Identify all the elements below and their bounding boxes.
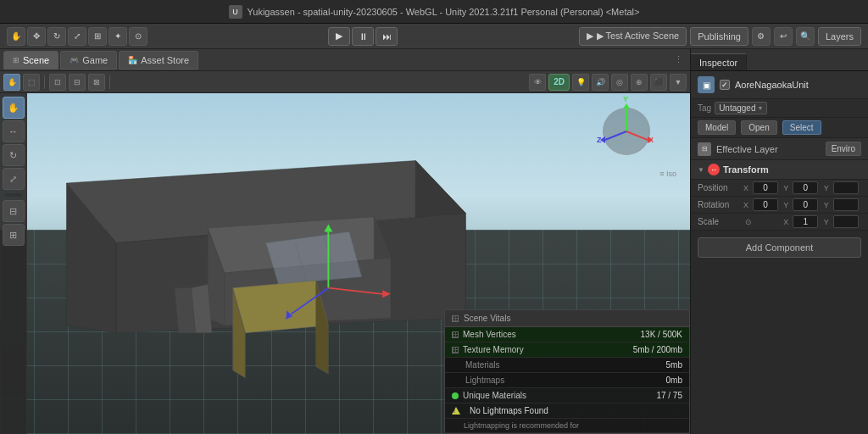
position-label: Position <box>698 183 740 192</box>
transform-section-header[interactable]: ▼ ↔ Transform <box>691 160 868 180</box>
audio-toggle[interactable]: 🔊 <box>592 74 609 91</box>
effective-layer-btn[interactable]: Enviro <box>826 142 861 156</box>
game-tab[interactable]: 🎮 Game <box>60 51 117 70</box>
position-z-label: Y <box>824 184 832 192</box>
scene-tool-3[interactable]: ⊠ <box>88 74 105 91</box>
rotate-tool-btn[interactable]: ↻ <box>47 27 66 46</box>
position-y-field: Y <box>783 181 821 194</box>
inspector-tab[interactable]: Inspector <box>691 53 747 70</box>
no-lightmaps-row: No Lightmaps Found <box>445 403 689 419</box>
2d-toggle-button[interactable]: 2D <box>548 74 570 91</box>
svg-line-26 <box>605 131 626 140</box>
scene-settings[interactable]: ▼ <box>670 74 687 91</box>
select-scene-tool[interactable]: ⬚ <box>23 74 40 91</box>
position-y-input[interactable] <box>793 181 818 194</box>
rotation-x-input[interactable] <box>753 198 778 211</box>
lighting-toggle[interactable]: 💡 <box>572 74 589 91</box>
scale-y-field: Y <box>824 215 861 228</box>
gizmos-toggle[interactable]: ⊕ <box>631 74 648 91</box>
render-toggle[interactable]: ⬛ <box>650 74 667 91</box>
select-button[interactable]: Select <box>782 120 821 135</box>
mesh-vertices-label: Mesh Vertices <box>452 330 641 339</box>
right-panel: Inspector ▣ AoreNagaokaUnit Tag Untagged… <box>690 49 868 434</box>
scale-x-input[interactable] <box>793 215 818 228</box>
scale-tool[interactable]: ⤢ <box>3 168 25 190</box>
scene-tabs-menu[interactable]: ⋮ <box>670 54 687 65</box>
rotation-y-label: Y <box>783 201 792 209</box>
materials-label: Materials <box>465 360 666 370</box>
no-lightmaps-desc: Lightmapping is recommended for <box>452 421 579 430</box>
settings-button[interactable]: ⚙ <box>752 27 771 46</box>
position-z-field: Y <box>824 181 861 194</box>
axis-gizmo[interactable]: X Y Z <box>597 102 656 161</box>
scale-y-label: Y <box>824 218 832 226</box>
rect-tool[interactable]: ⊟ <box>3 200 25 222</box>
position-field: Position X Y Y <box>691 180 868 197</box>
inspector-content: ▣ AoreNagaokaUnit Tag Untagged ▼ Model O… <box>691 71 868 434</box>
scale-tool-btn[interactable]: ⤢ <box>68 27 86 46</box>
rect-tool-btn[interactable]: ⊞ <box>88 27 107 46</box>
pause-button[interactable]: ⏸ <box>352 27 374 46</box>
rotation-label: Rotation <box>698 200 740 209</box>
vitals-header-label: Scene Vitals <box>464 314 510 323</box>
effective-layer-icon: ⊟ <box>698 142 711 156</box>
transform-tool-btn[interactable]: ✦ <box>108 27 127 46</box>
object-active-checkbox[interactable] <box>720 80 730 90</box>
test-active-scene-button[interactable]: ▶ ▶ Test Active Scene <box>579 27 687 46</box>
svg-text:Y: Y <box>623 95 628 103</box>
materials-row: Materials 5mb <box>445 358 689 373</box>
position-x-field: X <box>743 181 781 194</box>
add-component-label: Add Component <box>746 242 814 253</box>
model-button[interactable]: Model <box>698 120 736 135</box>
hand-tool-btn[interactable]: ✋ <box>7 27 25 46</box>
texture-memory-label: Texture Memory <box>452 345 633 354</box>
custom-tool-btn[interactable]: ⊙ <box>129 27 147 46</box>
scale-link-field: ⊙ <box>743 215 781 228</box>
position-x-input[interactable] <box>753 181 778 194</box>
scale-x-label: X <box>783 218 792 226</box>
camera-tool[interactable]: 👁 <box>529 74 546 91</box>
lightmaps-row: Lightmaps 0mb <box>445 373 689 388</box>
hand-tool[interactable]: ✋ <box>3 97 25 119</box>
unique-materials-icon <box>452 392 459 399</box>
asset-store-icon: 🏪 <box>128 56 137 64</box>
vr-toggle[interactable]: ◎ <box>611 74 628 91</box>
scene-tab[interactable]: ⊞ Scene <box>3 51 58 70</box>
tag-value: Untagged <box>719 103 755 113</box>
position-z-input[interactable] <box>833 181 859 194</box>
scene-tool-1[interactable]: ⊡ <box>49 74 66 91</box>
left-tools-panel: ✋ ↔ ↻ ⤢ ⊟ ⊞ <box>0 93 27 434</box>
mesh-vertices-row: Mesh Vertices 13K / 500K <box>445 327 689 342</box>
rotation-z-input[interactable] <box>833 198 859 211</box>
search-button[interactable]: 🔍 <box>796 27 815 46</box>
asset-store-tab[interactable]: 🏪 Asset Store <box>119 51 198 70</box>
toolbar-separator-1 <box>44 75 45 89</box>
layers-button[interactable]: Layers <box>818 27 861 46</box>
scene-tool-2[interactable]: ⊟ <box>69 74 86 91</box>
play-button[interactable]: ▶ <box>328 27 350 46</box>
history-button[interactable]: ↩ <box>774 27 793 46</box>
step-button[interactable]: ⏭ <box>376 27 398 46</box>
transform-section-icon: ↔ <box>708 164 720 175</box>
no-lightmaps-label: No Lightmaps Found <box>452 406 682 415</box>
move-tool-btn[interactable]: ✥ <box>27 27 46 46</box>
inspector-tab-label: Inspector <box>699 58 737 68</box>
hand-scene-tool[interactable]: ✋ <box>3 74 20 91</box>
add-component-button[interactable]: Add Component <box>698 237 861 258</box>
scale-y-input[interactable] <box>833 215 859 228</box>
scale-field: Scale ⊙ X Y <box>691 214 868 231</box>
vitals-header: Scene Vitals <box>445 310 689 327</box>
rotate-tool[interactable]: ↻ <box>3 144 25 166</box>
scene-viewport[interactable]: ✋ ↔ ↻ ⤢ ⊟ ⊞ <box>0 93 690 434</box>
move-tool[interactable]: ↔ <box>3 120 25 142</box>
tag-dropdown[interactable]: Untagged ▼ <box>715 102 767 114</box>
no-lightmaps-icon <box>452 407 460 415</box>
open-button[interactable]: Open <box>741 120 776 135</box>
title-bar: U Yukigassen - spatial-unity-20230605 - … <box>0 0 868 24</box>
scene-toolbar: ✋ ⬚ ⊡ ⊟ ⊠ 👁 2D 💡 🔊 ◎ ⊕ ⬛ ▼ <box>0 71 690 93</box>
transform-all-tool[interactable]: ⊞ <box>3 224 25 246</box>
rotation-y-input[interactable] <box>793 198 818 211</box>
publishing-button[interactable]: Publishing <box>690 27 748 46</box>
vitals-header-icon <box>452 315 459 322</box>
mesh-vertices-icon <box>452 331 459 338</box>
